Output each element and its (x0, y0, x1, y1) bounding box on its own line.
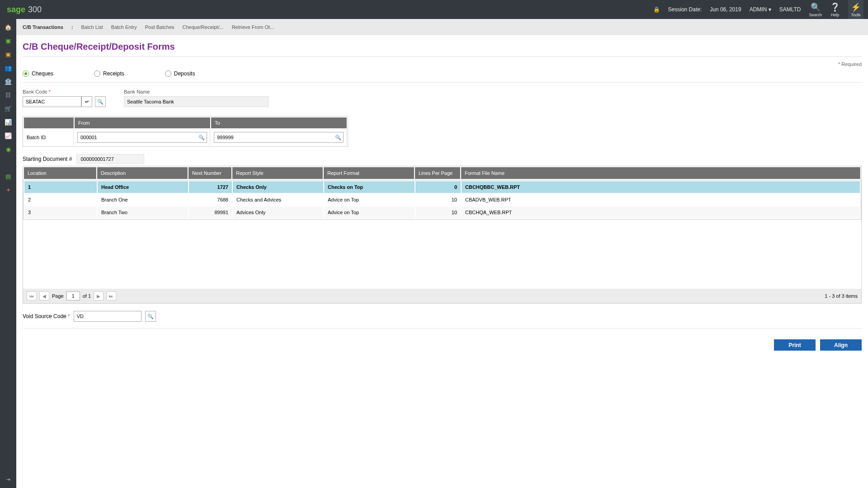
user-menu[interactable]: ADMIN ▾ (750, 6, 771, 13)
help-button[interactable]: ❔ Help (830, 2, 840, 17)
bolt-icon: ⚡ (851, 2, 861, 12)
chevron-down-icon: ▾ (769, 6, 771, 13)
product-text: 300 (28, 5, 42, 14)
session-date-label: Session Date: (668, 6, 702, 13)
help-icon: ❔ (830, 2, 840, 12)
logo: sage 300 (7, 5, 42, 14)
company-label[interactable]: SAMLTD (779, 6, 801, 13)
session-date-value: Jun 06, 2019 (710, 6, 741, 13)
lock-icon: 🔒 (653, 6, 660, 13)
top-header: sage 300 🔒 Session Date: Jun 06, 2019 AD… (0, 0, 868, 19)
search-button[interactable]: 🔍 Search (809, 2, 822, 17)
search-icon: 🔍 (811, 2, 821, 12)
header-right: 🔒 Session Date: Jun 06, 2019 ADMIN ▾ SAM… (653, 0, 863, 19)
tools-button[interactable]: ⚡ Tools (848, 0, 863, 19)
brand-text: sage (7, 5, 25, 14)
